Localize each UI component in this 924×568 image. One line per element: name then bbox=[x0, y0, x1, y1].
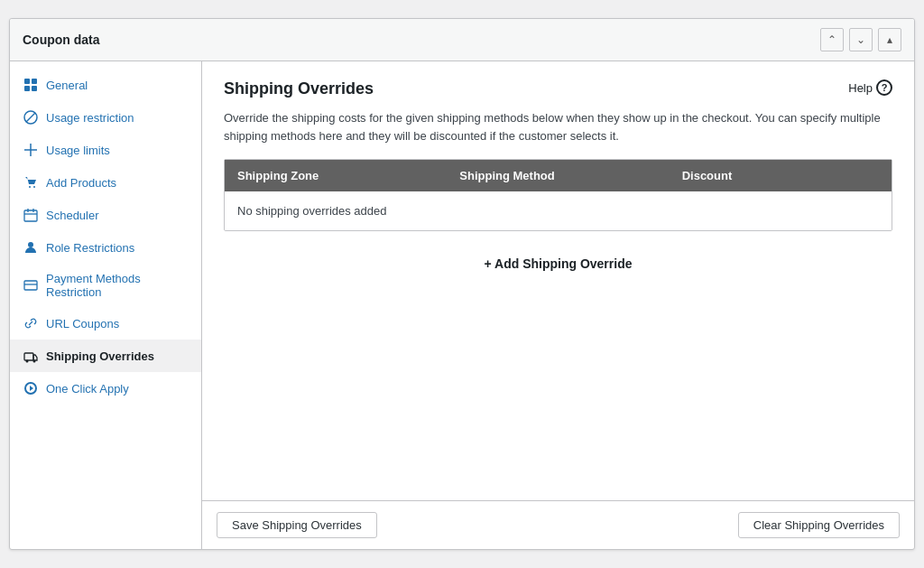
save-shipping-overrides-button[interactable]: Save Shipping Overrides bbox=[217, 512, 377, 538]
svg-point-9 bbox=[33, 186, 35, 188]
sidebar-item-shipping-overrides[interactable]: Shipping Overrides bbox=[10, 340, 201, 372]
sidebar-item-url-coupons[interactable]: URL Coupons bbox=[10, 307, 201, 340]
general-icon bbox=[23, 77, 39, 93]
panel-title: Coupon data bbox=[23, 33, 100, 47]
shipping-overrides-icon bbox=[23, 348, 39, 364]
help-icon: ? bbox=[876, 79, 892, 96]
url-coupons-icon bbox=[23, 315, 39, 331]
svg-rect-1 bbox=[32, 79, 37, 84]
svg-point-14 bbox=[28, 242, 33, 247]
svg-point-19 bbox=[33, 360, 36, 363]
sidebar-item-scheduler[interactable]: Scheduler bbox=[10, 199, 201, 231]
footer-actions: Save Shipping Overrides Clear Shipping O… bbox=[202, 500, 914, 549]
main-content: Shipping Overrides Help ? Override the s… bbox=[202, 61, 914, 549]
svg-rect-17 bbox=[24, 353, 33, 360]
help-link[interactable]: Help ? bbox=[848, 79, 892, 96]
expand-button[interactable]: ▴ bbox=[878, 28, 901, 51]
one-click-apply-icon bbox=[23, 380, 39, 396]
description-text: Override the shipping costs for the give… bbox=[224, 109, 892, 144]
sidebar: GeneralUsage restrictionUsage limitsAdd … bbox=[10, 61, 202, 549]
col-shipping-zone: Shipping Zone bbox=[225, 160, 447, 191]
help-label: Help bbox=[848, 81, 873, 95]
sidebar-label-role-restrictions: Role Restrictions bbox=[46, 241, 134, 255]
sidebar-label-usage-limits: Usage limits bbox=[46, 144, 110, 157]
collapse-up-button[interactable]: ⌃ bbox=[820, 28, 844, 51]
sidebar-item-usage-limits[interactable]: Usage limits bbox=[10, 134, 201, 166]
sidebar-label-url-coupons: URL Coupons bbox=[46, 317, 119, 331]
svg-line-5 bbox=[26, 113, 35, 122]
svg-point-18 bbox=[26, 360, 29, 363]
clear-shipping-overrides-button[interactable]: Clear Shipping Overrides bbox=[738, 512, 900, 538]
panel-controls: ⌃ ⌄ ▴ bbox=[820, 28, 901, 51]
role-restrictions-icon bbox=[23, 239, 39, 256]
col-discount: Discount bbox=[670, 160, 892, 191]
sidebar-label-shipping-overrides: Shipping Overrides bbox=[46, 349, 154, 363]
svg-rect-15 bbox=[24, 281, 37, 290]
main-header: Shipping Overrides Help ? bbox=[224, 79, 892, 98]
sidebar-label-one-click-apply: One Click Apply bbox=[46, 382, 129, 396]
page-title: Shipping Overrides bbox=[224, 79, 374, 98]
overrides-table: Shipping Zone Shipping Method Discount N… bbox=[224, 159, 892, 231]
sidebar-label-general: General bbox=[46, 79, 88, 92]
scheduler-icon bbox=[23, 207, 39, 223]
sidebar-item-payment-methods[interactable]: Payment Methods Restriction bbox=[10, 264, 201, 307]
spacer bbox=[224, 282, 892, 500]
svg-rect-10 bbox=[24, 210, 37, 221]
panel-header: Coupon data ⌃ ⌄ ▴ bbox=[10, 19, 914, 61]
add-products-icon bbox=[23, 174, 39, 191]
coupon-data-panel: Coupon data ⌃ ⌄ ▴ GeneralUsage restricti… bbox=[9, 18, 915, 550]
svg-rect-2 bbox=[24, 86, 30, 91]
usage-limits-icon bbox=[23, 142, 39, 158]
sidebar-item-one-click-apply[interactable]: One Click Apply bbox=[10, 372, 201, 405]
sidebar-label-scheduler: Scheduler bbox=[46, 209, 99, 222]
svg-point-8 bbox=[29, 186, 31, 188]
sidebar-item-usage-restriction[interactable]: Usage restriction bbox=[10, 101, 201, 134]
col-shipping-method: Shipping Method bbox=[447, 160, 669, 191]
sidebar-item-role-restrictions[interactable]: Role Restrictions bbox=[10, 231, 201, 264]
add-shipping-override-button[interactable]: + Add Shipping Override bbox=[224, 246, 892, 282]
svg-rect-0 bbox=[24, 79, 30, 84]
sidebar-label-payment-methods: Payment Methods Restriction bbox=[46, 272, 189, 299]
sidebar-item-general[interactable]: General bbox=[10, 69, 201, 101]
table-empty-message: No shipping overrides added bbox=[225, 191, 892, 230]
payment-methods-icon bbox=[23, 277, 39, 293]
sidebar-item-add-products[interactable]: Add Products bbox=[10, 166, 201, 199]
usage-restriction-icon bbox=[23, 109, 39, 126]
sidebar-label-usage-restriction: Usage restriction bbox=[46, 111, 134, 125]
table-header: Shipping Zone Shipping Method Discount bbox=[225, 160, 892, 191]
svg-rect-3 bbox=[32, 86, 37, 91]
sidebar-label-add-products: Add Products bbox=[46, 176, 116, 190]
panel-body: GeneralUsage restrictionUsage limitsAdd … bbox=[10, 61, 914, 549]
collapse-down-button[interactable]: ⌄ bbox=[849, 28, 873, 51]
